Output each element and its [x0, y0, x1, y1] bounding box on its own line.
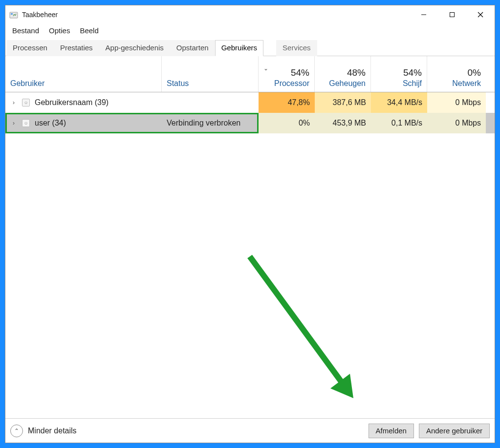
- user-name: Gebruikersnaam (39): [35, 98, 109, 107]
- window-controls: [410, 5, 495, 24]
- menu-options[interactable]: Opties: [45, 25, 74, 36]
- svg-rect-3: [450, 13, 455, 17]
- user-disk: 0,1 MB/s: [371, 113, 427, 133]
- annotation-arrow-2: [240, 247, 367, 403]
- fewer-details-label: Minder details: [28, 427, 77, 435]
- user-mem: 387,6 MB: [315, 92, 371, 113]
- task-manager-window: Taakbeheer Bestand Opties Beeld Processe…: [5, 5, 495, 443]
- user-icon: ☺: [22, 99, 30, 107]
- col-network[interactable]: 0% Netwerk: [427, 56, 486, 92]
- user-icon: ☺: [22, 119, 30, 127]
- chevron-up-icon: ⌃: [10, 425, 23, 437]
- col-cpu[interactable]: ⌄ 54% Processor: [259, 56, 315, 92]
- col-disk[interactable]: 54% Schijf: [371, 56, 427, 92]
- app-icon: [9, 10, 18, 19]
- svg-rect-1: [11, 13, 13, 15]
- user-cpu: 0%: [259, 113, 315, 133]
- col-status[interactable]: Status: [162, 56, 259, 92]
- tab-app-history[interactable]: App-geschiedenis: [99, 40, 170, 56]
- svg-marker-9: [330, 374, 353, 398]
- col-user-label: Gebruiker: [10, 79, 156, 88]
- col-net-label: Netwerk: [452, 79, 481, 88]
- window-title: Taakbeheer: [22, 11, 58, 19]
- users-panel: Gebruiker Status ⌄ 54% Processor 48% Geh…: [5, 56, 495, 418]
- menu-file[interactable]: Bestand: [8, 25, 43, 36]
- expand-icon[interactable]: ›: [10, 120, 17, 127]
- col-mem[interactable]: 48% Geheugen: [315, 56, 371, 92]
- col-mem-pct: 48%: [347, 67, 366, 78]
- tab-services[interactable]: Services: [276, 40, 317, 56]
- user-name: user (34): [35, 119, 66, 128]
- col-status-label: Status: [167, 79, 253, 88]
- user-disk: 34,4 MB/s: [371, 92, 427, 113]
- user-row[interactable]: › ☺ Gebruikersnaam (39) 47,8% 387,6 MB 3…: [5, 92, 495, 113]
- user-net: 0 Mbps: [427, 92, 486, 113]
- minimize-button[interactable]: [410, 5, 438, 24]
- expand-icon[interactable]: ›: [10, 99, 17, 106]
- user-status: Verbinding verbroken: [162, 113, 259, 133]
- user-cpu: 47,8%: [259, 92, 315, 113]
- chevron-down-icon: ⌄: [263, 65, 268, 72]
- close-button[interactable]: [466, 5, 495, 24]
- footer: ⌃ Minder details Afmelden Andere gebruik…: [5, 418, 495, 443]
- col-dsk-label: Schijf: [403, 79, 422, 88]
- menu-view[interactable]: Beeld: [76, 25, 102, 36]
- col-user[interactable]: Gebruiker: [5, 56, 162, 92]
- fewer-details-toggle[interactable]: ⌃ Minder details: [10, 425, 77, 437]
- col-net-pct: 0%: [468, 67, 481, 78]
- user-net: 0 Mbps: [427, 113, 486, 133]
- col-cpu-label: Processor: [274, 79, 309, 88]
- menubar: Bestand Opties Beeld: [5, 24, 495, 37]
- col-dsk-pct: 54%: [403, 67, 422, 78]
- tab-users[interactable]: Gebruikers: [215, 40, 263, 56]
- tab-strip: Processen Prestaties App-geschiedenis Op…: [5, 40, 495, 56]
- maximize-button[interactable]: [438, 5, 466, 24]
- tab-startup[interactable]: Opstarten: [170, 40, 215, 56]
- user-row-selected[interactable]: › ☺ user (34) Verbinding verbroken 0% 45…: [5, 113, 495, 133]
- col-cpu-pct: 54%: [291, 67, 309, 78]
- switch-user-button[interactable]: Andere gebruiker: [419, 424, 490, 438]
- tab-performance[interactable]: Prestaties: [54, 40, 99, 56]
- user-mem: 453,9 MB: [315, 113, 371, 133]
- col-mem-label: Geheugen: [329, 79, 366, 88]
- column-headers: Gebruiker Status ⌄ 54% Processor 48% Geh…: [5, 56, 495, 92]
- titlebar: Taakbeheer: [5, 5, 495, 24]
- sign-out-button[interactable]: Afmelden: [369, 424, 414, 438]
- tab-processes[interactable]: Processen: [6, 40, 54, 56]
- user-status: [162, 92, 259, 113]
- svg-line-8: [250, 256, 343, 384]
